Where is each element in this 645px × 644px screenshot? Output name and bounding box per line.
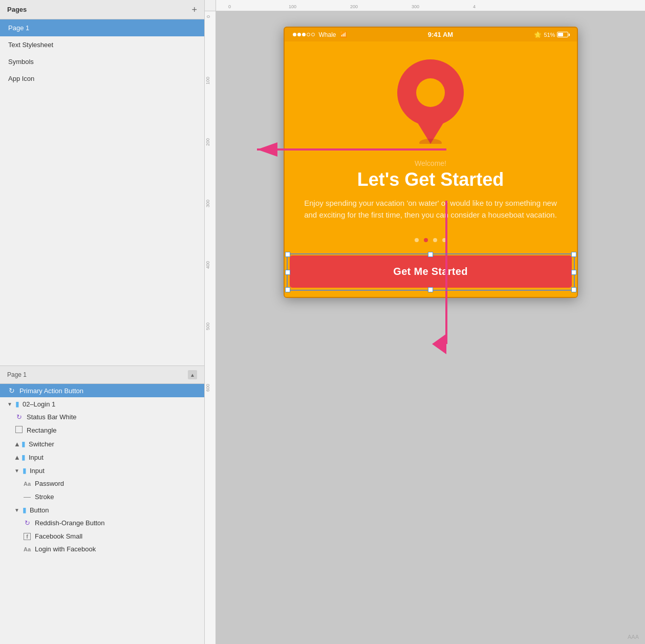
pages-header: Pages + bbox=[0, 0, 204, 19]
dot1 bbox=[293, 33, 296, 36]
layer-login-with-facebook[interactable]: Aa Login with Facebook bbox=[0, 543, 204, 555]
status-left: Whale 📶 bbox=[293, 31, 347, 38]
group-arrow-collapsed2: ▶ bbox=[14, 455, 19, 459]
ruler-label-v-100: 100 bbox=[205, 77, 210, 84]
battery-percent: 51% bbox=[544, 32, 555, 38]
folder-icon4: ▮ bbox=[23, 506, 27, 514]
page-item-text-stylesheet[interactable]: Text Stylesheet bbox=[0, 36, 204, 53]
layers-header-title: Page 1 bbox=[7, 371, 27, 378]
carrier-name: Whale bbox=[319, 31, 336, 38]
group-arrow-expanded2: ▼ bbox=[14, 468, 19, 474]
layer-password[interactable]: Aa Password bbox=[0, 477, 204, 490]
handle-br bbox=[571, 287, 576, 292]
canvas-wrapper: 0 100 200 300 400 500 600 bbox=[205, 11, 645, 644]
sync-purple-icon2: ↻ bbox=[23, 519, 32, 527]
folder-icon2: ▮ bbox=[22, 453, 26, 461]
group-arrow-collapsed: ▶ bbox=[14, 442, 19, 446]
add-page-button[interactable]: + bbox=[191, 5, 197, 14]
layer-status-bar-white[interactable]: ↻ Status Bar White bbox=[0, 411, 204, 423]
dot2 bbox=[297, 33, 301, 36]
welcome-label: Welcome! bbox=[300, 159, 562, 167]
layer-group-02login1[interactable]: ▼ ▮ 02–Login 1 bbox=[0, 397, 204, 411]
layer-reddish-orange-button[interactable]: ↻ Reddish-Orange Button bbox=[0, 517, 204, 529]
status-time: 9:41 AM bbox=[428, 31, 453, 38]
pages-section-title: Pages bbox=[7, 6, 27, 13]
phone-mockup: Whale 📶 9:41 AM 🌟 51% bbox=[284, 27, 578, 298]
ruler-ticks-h bbox=[216, 0, 645, 11]
ruler-label-v-400: 400 bbox=[205, 261, 210, 269]
layer-primary-action-button[interactable]: ↻ Primary Action Button bbox=[0, 384, 204, 397]
stroke-icon: — bbox=[23, 492, 32, 501]
left-panel: Pages + Page 1 Text Stylesheet Symbols A… bbox=[0, 0, 205, 644]
layer-button-expanded[interactable]: ▼ ▮ Button bbox=[0, 503, 204, 517]
left-panel-spacer bbox=[0, 87, 204, 366]
layer-facebook-small[interactable]: f Facebook Small bbox=[0, 529, 204, 543]
ruler-label-v-500: 500 bbox=[205, 323, 210, 330]
map-pin bbox=[395, 57, 466, 144]
group-arrow-expanded: ▼ bbox=[7, 401, 12, 407]
cta-get-me-started[interactable]: Get Me Started bbox=[290, 255, 572, 288]
status-right: 🌟 51% bbox=[534, 31, 568, 38]
signal-dots bbox=[293, 33, 315, 36]
handle-bl bbox=[285, 287, 290, 292]
sync-purple-icon: ↻ bbox=[14, 413, 24, 421]
layer-stroke[interactable]: — Stroke bbox=[0, 490, 204, 503]
page-item-symbols[interactable]: Symbols bbox=[0, 53, 204, 70]
layer-rectangle[interactable]: Rectangle bbox=[0, 423, 204, 437]
rect-icon bbox=[14, 426, 24, 435]
indicator-dot-3 bbox=[442, 238, 446, 242]
handle-tl bbox=[285, 252, 290, 257]
text-icon2: Aa bbox=[23, 546, 32, 552]
status-bar: Whale 📶 9:41 AM 🌟 51% bbox=[285, 28, 577, 41]
indicator-dot-0 bbox=[415, 238, 419, 242]
page-item-page1[interactable]: Page 1 bbox=[0, 19, 204, 36]
ruler-label-v-600: 600 bbox=[205, 384, 210, 392]
layers-collapse-button[interactable]: ▲ bbox=[188, 370, 197, 379]
svg-point-3 bbox=[419, 139, 442, 144]
pin-visual bbox=[395, 57, 466, 144]
handle-mr bbox=[571, 270, 576, 275]
layer-switcher[interactable]: ▶ ▮ Switcher bbox=[0, 437, 204, 450]
page-item-app-icon[interactable]: App Icon bbox=[0, 70, 204, 87]
pin-svg bbox=[395, 57, 466, 144]
right-area: 0 100 200 300 4 0 100 200 300 400 500 60… bbox=[205, 0, 645, 644]
pages-list: Page 1 Text Stylesheet Symbols App Icon bbox=[0, 19, 204, 87]
ruler-label-v-300: 300 bbox=[205, 200, 210, 207]
dots-indicator bbox=[285, 238, 577, 242]
dot3 bbox=[302, 33, 306, 36]
description-text: Enjoy spending your vacation 'on water' … bbox=[300, 197, 562, 221]
canvas-content: Whale 📶 9:41 AM 🌟 51% bbox=[216, 11, 645, 644]
app-body: Welcome! Let's Get Started Enjoy spendin… bbox=[285, 41, 577, 297]
facebook-icon: f bbox=[23, 532, 32, 540]
layers-header: Page 1 ▲ bbox=[0, 366, 204, 384]
handle-bm bbox=[428, 287, 433, 292]
cta-button-area: Get Me Started bbox=[285, 251, 577, 297]
group-arrow-expanded3: ▼ bbox=[14, 507, 19, 513]
layer-input-expanded[interactable]: ▼ ▮ Input bbox=[0, 464, 204, 477]
handle-tr bbox=[571, 252, 576, 257]
headline-text: Let's Get Started bbox=[300, 169, 562, 190]
text-icon: Aa bbox=[23, 481, 32, 487]
layer-input-collapsed[interactable]: ▶ ▮ Input bbox=[0, 450, 204, 464]
aaa-watermark: AAA bbox=[628, 634, 639, 640]
wifi-icon: 📶 bbox=[340, 31, 347, 38]
layers-section: Page 1 ▲ ↻ Primary Action Button ▼ ▮ 02–… bbox=[0, 366, 204, 644]
vertical-ruler: 0 100 200 300 400 500 600 bbox=[205, 11, 216, 644]
dot4 bbox=[307, 33, 310, 36]
dot5 bbox=[311, 33, 315, 36]
folder-icon: ▮ bbox=[22, 440, 26, 448]
indicator-dot-1 bbox=[424, 238, 428, 242]
map-pin-area bbox=[285, 41, 577, 154]
ruler-label-v-200: 200 bbox=[205, 138, 210, 146]
horizontal-ruler: 0 100 200 300 4 bbox=[205, 0, 645, 11]
sync-icon: ↻ bbox=[7, 387, 16, 395]
folder-icon: ▮ bbox=[15, 400, 19, 408]
indicator-dot-2 bbox=[433, 238, 437, 242]
battery-indicator bbox=[557, 32, 568, 37]
welcome-section: Welcome! Let's Get Started Enjoy spendin… bbox=[285, 154, 577, 229]
folder-icon3: ▮ bbox=[23, 466, 27, 475]
sun-icon: 🌟 bbox=[534, 31, 542, 38]
ruler-label-v-0: 0 bbox=[206, 15, 211, 18]
svg-point-1 bbox=[416, 78, 445, 107]
battery-fill bbox=[558, 33, 563, 36]
